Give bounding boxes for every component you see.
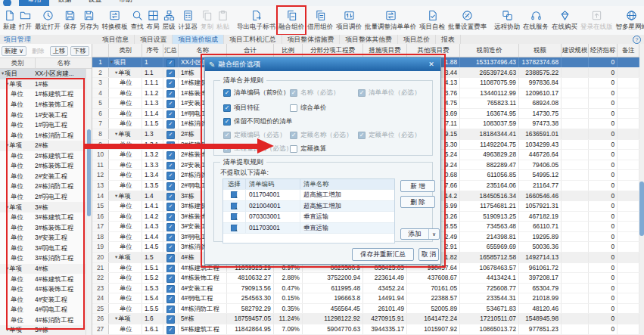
sidebar-tree-row[interactable]: ▾单项1#栋 <box>0 79 86 90</box>
checked-checkbox-icon[interactable]: ✓ <box>166 100 175 108</box>
toolbar-item-save-as[interactable]: 另存为 <box>78 6 101 35</box>
toolbar-item-remote-assist[interactable]: 远程协助 <box>493 6 521 35</box>
tab-5[interactable]: 项目整体措施费 <box>282 35 341 44</box>
table-row[interactable]: 23单位1.5.3✓4#安装工程790913.560.47%611995.484… <box>92 284 639 294</box>
table-row[interactable]: 27单位1.6.1✓5#栋建筑工程11842864.957.09%5904770… <box>92 324 639 335</box>
menu-item-3[interactable]: 设置 <box>79 0 110 6</box>
checked-checkbox-icon[interactable]: ✓ <box>231 191 238 198</box>
expand-arrow-icon[interactable]: ▾ <box>115 193 117 198</box>
tab-2[interactable]: 项目设置 <box>135 35 173 44</box>
tab-1[interactable]: 项目信息 <box>97 35 135 44</box>
toolbar-item-merge-pricing[interactable]: 融合组价 <box>277 6 306 35</box>
close-icon[interactable]: ✕ <box>426 60 437 68</box>
checked-checkbox-icon[interactable]: ✓ <box>166 70 175 78</box>
excluded-item-row[interactable]: ✓011704001超高施工增加 <box>223 189 394 200</box>
checked-checkbox-icon[interactable]: ✓ <box>166 182 175 191</box>
toolbar-item-hierarchy-tree[interactable]: 层级 <box>161 6 177 35</box>
sidebar-tree-row[interactable]: 单位3#安装工程 <box>0 233 86 243</box>
expand-arrow-icon[interactable]: ▾ <box>115 70 117 75</box>
table-row[interactable]: 22单位1.5.2✓4#栋装饰工程4810632.272.88%3752200.… <box>92 273 639 284</box>
sidebar-tree-row[interactable]: 单位1#弱电工程 <box>0 120 86 131</box>
toolbar-item-search[interactable]: 查找 <box>129 6 145 35</box>
menu-item-2[interactable]: 数据 <box>49 0 79 6</box>
new-button[interactable]: 新建 ∨ <box>2 46 26 56</box>
table-scrollbar-thumb[interactable] <box>639 181 644 236</box>
expand-arrow-icon[interactable]: ▾ <box>115 131 117 136</box>
dialog-title-bar[interactable]: ✎ 融合组价选项 ✕ <box>205 57 440 71</box>
unchecked-checkbox-icon[interactable] <box>290 104 297 112</box>
toolbar-item-calculator[interactable]: 计算器 <box>177 6 200 35</box>
cancel-button[interactable]: 取 消 <box>418 248 439 261</box>
expand-arrow-icon[interactable]: ▾ <box>115 254 117 259</box>
expand-arrow-icon[interactable]: ▾ <box>110 59 113 64</box>
sidebar-tree-row[interactable]: 单位3#栋装饰工程 <box>0 222 86 233</box>
toolbar-item-rate-circle[interactable]: 批量设置费率 <box>446 6 488 35</box>
sidebar-tree-row[interactable]: 单位3#栋建筑工程 <box>0 212 86 223</box>
checked-checkbox-icon[interactable]: ✓ <box>166 254 175 262</box>
checked-checkbox-icon[interactable]: ✓ <box>166 203 175 211</box>
sidebar-tree-row[interactable]: 单位1#栋装饰工程 <box>0 100 86 110</box>
sidebar-tree-row[interactable]: 单位4#安装工程 <box>0 294 86 305</box>
checked-checkbox-icon[interactable]: ✓ <box>223 118 231 126</box>
tab-3[interactable]: 项目造价组成 <box>173 35 224 44</box>
tree-scrollbar[interactable] <box>86 69 92 335</box>
checked-checkbox-icon[interactable]: ✓ <box>223 89 231 97</box>
tab-6[interactable]: 项目整体其他费 <box>340 35 398 44</box>
checked-checkbox-icon[interactable]: ✓ <box>166 59 175 67</box>
menu-item-4[interactable]: 帮助 <box>110 0 140 6</box>
toolbar-item-save-floppy[interactable]: 保存 <box>62 6 78 35</box>
checked-checkbox-icon[interactable]: ✓ <box>166 326 175 334</box>
sidebar-tree-row[interactable]: 单位3#弱电工程 <box>0 243 86 254</box>
table-row[interactable]: 24单位1.5.4✓4#弱电工程254563.300.15%196663.814… <box>92 293 639 304</box>
tab-4[interactable]: 项目工料机汇总 <box>224 35 282 44</box>
sidebar-tree-row[interactable]: ▾单项5#栋 <box>0 325 86 335</box>
toolbar-item-open-folder[interactable]: 打开 <box>17 6 33 35</box>
menu-item-1[interactable]: 常用 <box>19 0 49 6</box>
excluded-item-row[interactable]: ✓070303001垂直运输 <box>223 211 394 222</box>
checked-checkbox-icon[interactable]: ✓ <box>166 172 175 180</box>
expand-arrow-icon[interactable]: ▾ <box>6 327 8 332</box>
chevron-down-icon[interactable]: ∨ <box>429 229 439 239</box>
sidebar-tree-row[interactable]: 单位3#栋消防工程 <box>0 253 86 264</box>
toolbar-item-borrow-pricing[interactable]: 借用组价 <box>306 6 334 35</box>
toolbar-item-new-file[interactable]: 新建 <box>2 6 17 35</box>
checked-checkbox-icon[interactable]: ✓ <box>166 131 175 139</box>
sidebar-tree-row[interactable]: ▾项目XX小区房建... <box>0 69 86 79</box>
toolbar-item-export-doc[interactable]: 导出电子标书 <box>235 6 277 35</box>
sidebar-tree-row[interactable]: 单位1#栋建筑工程 <box>0 89 86 100</box>
sidebar-tree-row[interactable]: 单位2#安装工程 <box>0 172 86 182</box>
checked-checkbox-icon[interactable]: ✓ <box>166 295 175 303</box>
sidebar-tree-row[interactable]: 单位2#栋建筑工程 <box>0 151 86 162</box>
checked-checkbox-icon[interactable]: ✓ <box>231 225 238 231</box>
merge-rule-option[interactable]: ✓清单编码（前9位） <box>223 88 290 98</box>
checked-checkbox-icon[interactable]: ✓ <box>166 151 175 160</box>
checked-checkbox-icon[interactable]: ✓ <box>231 213 238 220</box>
expand-arrow-icon[interactable]: ▾ <box>6 81 8 86</box>
toolbar-item-recent-clock[interactable]: 最近打开 <box>33 6 62 35</box>
merge-rule-option[interactable]: 综合单价 <box>290 104 326 113</box>
checked-checkbox-icon[interactable]: ✓ <box>166 120 175 129</box>
checked-checkbox-icon[interactable]: ✓ <box>166 141 175 150</box>
checked-checkbox-icon[interactable]: ✓ <box>166 306 175 314</box>
checked-checkbox-icon[interactable]: ✓ <box>166 110 175 119</box>
toolbar-item-price-adjust[interactable]: 项目调价 <box>334 6 363 35</box>
toolbar-item-online-buy[interactable]: 在线购买 <box>550 6 579 35</box>
table-row[interactable]: 25单位1.5.5✓4#栋消防工程582792.290.35%456564.45… <box>92 304 639 315</box>
expand-arrow-icon[interactable]: ▾ <box>115 315 117 321</box>
sidebar-tree-row[interactable]: 单位4#栋消防工程 <box>0 315 86 326</box>
checked-checkbox-icon[interactable]: ✓ <box>166 234 175 242</box>
checked-checkbox-icon[interactable]: ✓ <box>166 285 175 293</box>
excluded-item-row[interactable]: ✓021004001超高施工增加 <box>223 200 394 212</box>
sidebar-tree-row[interactable]: 单位4#栋装饰工程 <box>0 284 86 295</box>
sidebar-tree-row[interactable]: 单位2#栋消防工程 <box>0 181 86 192</box>
sidebar-tree-row[interactable]: 单位2#弱电工程 <box>0 192 86 203</box>
checked-checkbox-icon[interactable]: ✓ <box>166 265 175 273</box>
merge-rule-option[interactable]: ✓项目特征 <box>223 104 260 113</box>
checked-checkbox-icon[interactable]: ✓ <box>166 243 175 252</box>
sidebar-tree-row[interactable]: ▾单项4#栋 <box>0 264 86 275</box>
append-button-label[interactable]: 添加 <box>401 229 429 239</box>
sidebar-tree-row[interactable]: ▾单项3#栋 <box>0 202 86 212</box>
sidebar-tree-row[interactable]: 单位1#栋消防工程 <box>0 130 86 141</box>
checked-checkbox-icon[interactable]: ✓ <box>166 79 175 88</box>
checked-checkbox-icon[interactable]: ✓ <box>166 275 175 283</box>
